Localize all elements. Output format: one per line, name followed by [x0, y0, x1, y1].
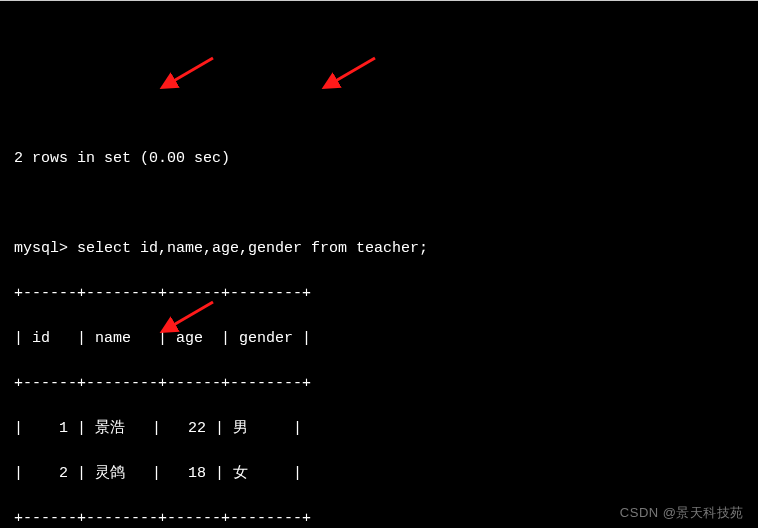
annotation-arrow-icon: [158, 8, 218, 116]
svg-line-0: [170, 58, 213, 83]
mysql-prompt: mysql>: [14, 240, 68, 257]
table-row: | 1 | 景浩 | 22 | 男 |: [14, 418, 744, 441]
svg-line-1: [332, 58, 375, 83]
annotation-arrow-icon: [320, 8, 380, 116]
watermark: CSDN @景天科技苑: [620, 503, 744, 523]
table-border: +------+--------+------+--------+: [14, 283, 744, 306]
sql-query-1: select id,name,age,gender from teacher;: [77, 240, 428, 257]
table-row: | 2 | 灵鸽 | 18 | 女 |: [14, 463, 744, 486]
terminal-output: 2 rows in set (0.00 sec) mysql> select i…: [0, 135, 758, 528]
table-border: +------+--------+------+--------+: [14, 373, 744, 396]
table-header: | id | name | age | gender |: [14, 328, 744, 351]
previous-result-fragment: 2 rows in set (0.00 sec): [14, 148, 744, 171]
